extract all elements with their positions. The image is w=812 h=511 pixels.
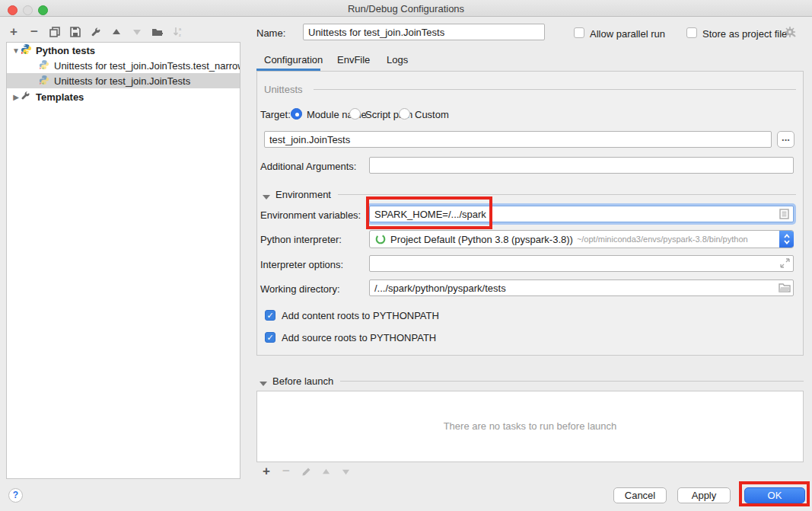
edit-task-pencil-icon[interactable] (300, 465, 312, 477)
task-move-up-icon[interactable] (320, 465, 332, 477)
additional-arguments-label: Additional Arguments: (260, 161, 356, 172)
tab-configuration[interactable]: Configuration (264, 54, 323, 65)
source-roots-checkbox[interactable]: ✓ (265, 332, 275, 343)
before-launch-empty-text: There are no tasks to run before launch (257, 420, 803, 432)
tab-envfile[interactable]: EnvFile (337, 54, 370, 65)
copy-configuration-icon[interactable] (49, 26, 61, 38)
add-configuration-button[interactable]: + (8, 26, 20, 38)
tree-item-label: Unittests for test_join.JoinTests (54, 75, 190, 87)
configurations-tree: ▼ Python tests Unittests for test_join.J… (6, 42, 240, 479)
content-roots-label: Add content roots to PYTHONPATH (282, 310, 439, 321)
edit-templates-wrench-icon[interactable] (90, 26, 102, 38)
window-title: Run/Debug Configurations (0, 3, 812, 14)
before-launch-header: Before launch (272, 375, 333, 387)
python-test-icon (39, 59, 51, 72)
python-interpreter-combobox[interactable]: Project Default (Python 3.8 (pyspark-3.8… (369, 230, 794, 248)
templates-wrench-icon (21, 91, 33, 103)
add-task-button[interactable]: + (260, 465, 272, 477)
task-move-down-icon[interactable] (339, 465, 352, 477)
radio-module-name[interactable] (291, 108, 302, 120)
environment-header: Environment (275, 189, 331, 200)
radio-script-path[interactable] (349, 108, 361, 120)
interpreter-dropdown-spinner-icon[interactable] (779, 231, 794, 248)
tab-logs[interactable]: Logs (387, 54, 408, 65)
working-directory-label: Working directory: (260, 283, 340, 295)
tree-item-templates[interactable]: ▶ Templates (7, 88, 240, 105)
interpreter-value: Project Default (Python 3.8 (pyspark-3.8… (390, 234, 573, 245)
conda-environment-icon (375, 234, 386, 244)
interpreter-options-label: Interpreter options: (260, 259, 343, 270)
python-tests-icon (21, 43, 33, 57)
section-divider (340, 381, 804, 382)
group-divider (314, 89, 796, 90)
help-button[interactable]: ? (8, 488, 23, 503)
python-interpreter-label: Python interpreter: (260, 234, 342, 245)
unittests-group-title: Unittests (264, 84, 303, 95)
expand-chevron-icon[interactable]: ▶ (11, 93, 21, 101)
allow-parallel-run-label: Allow parallel run (590, 28, 665, 40)
tree-item-label: Unittests for test_join.JoinTests.test_n… (54, 60, 240, 72)
tree-item-label: Templates (36, 91, 84, 103)
tree-item-jointests-selected[interactable]: Unittests for test_join.JoinTests (7, 73, 240, 88)
target-label: Target: (260, 109, 291, 120)
store-as-project-file-label: Store as project file (702, 28, 787, 40)
ok-button[interactable]: OK (744, 487, 805, 503)
radio-custom[interactable] (399, 108, 410, 120)
apply-button[interactable]: Apply (677, 487, 731, 503)
before-launch-toolbar: + − (260, 465, 352, 478)
new-folder-icon[interactable] (151, 26, 164, 38)
title-bar: Run/Debug Configurations (0, 0, 812, 17)
interpreter-path: ~/opt/miniconda3/envs/pyspark-3.8/bin/py… (577, 235, 748, 244)
remove-task-button[interactable]: − (280, 465, 292, 477)
radio-custom-label: Custom (415, 109, 449, 120)
name-input[interactable] (303, 24, 545, 40)
tree-item-python-tests[interactable]: ▼ Python tests (7, 43, 240, 58)
browse-ellipsis-button[interactable]: ... (777, 131, 794, 148)
environment-variables-label: Environment variables: (260, 209, 361, 221)
tree-item-test-narrow[interactable]: Unittests for test_join.JoinTests.test_n… (7, 58, 240, 73)
working-directory-input[interactable] (369, 279, 794, 296)
folder-browse-icon[interactable] (779, 283, 791, 295)
allow-parallel-run-checkbox[interactable] (574, 27, 584, 38)
gear-icon[interactable] (784, 26, 797, 41)
environment-collapse-icon[interactable] (263, 190, 270, 202)
svg-text:z: z (179, 33, 181, 37)
additional-arguments-input[interactable] (369, 157, 794, 174)
expand-field-icon[interactable] (780, 258, 790, 270)
python-test-icon (39, 75, 51, 88)
move-down-icon[interactable] (131, 26, 143, 38)
environment-variables-input[interactable] (369, 206, 794, 222)
configurations-toolbar: + − az (8, 25, 184, 39)
name-label: Name: (256, 27, 285, 39)
before-launch-task-list[interactable]: There are no tasks to run before launch (256, 391, 804, 462)
remove-configuration-button[interactable]: − (28, 26, 40, 38)
save-configuration-icon[interactable] (69, 26, 81, 38)
before-launch-collapse-icon[interactable] (260, 377, 267, 388)
store-as-project-file-checkbox[interactable] (686, 27, 697, 38)
collapse-chevron-icon[interactable]: ▼ (11, 46, 21, 55)
target-input[interactable] (264, 131, 772, 148)
sort-alphabetically-icon[interactable]: az (172, 26, 184, 38)
cancel-button[interactable]: Cancel (613, 487, 667, 503)
svg-text:a: a (179, 27, 182, 31)
env-vars-list-icon[interactable] (779, 209, 789, 222)
interpreter-options-input[interactable] (369, 255, 794, 272)
source-roots-label: Add source roots to PYTHONPATH (282, 332, 436, 343)
content-roots-checkbox[interactable]: ✓ (265, 310, 275, 321)
move-up-icon[interactable] (110, 26, 123, 38)
tree-item-label: Python tests (36, 45, 95, 56)
section-divider (338, 194, 796, 195)
